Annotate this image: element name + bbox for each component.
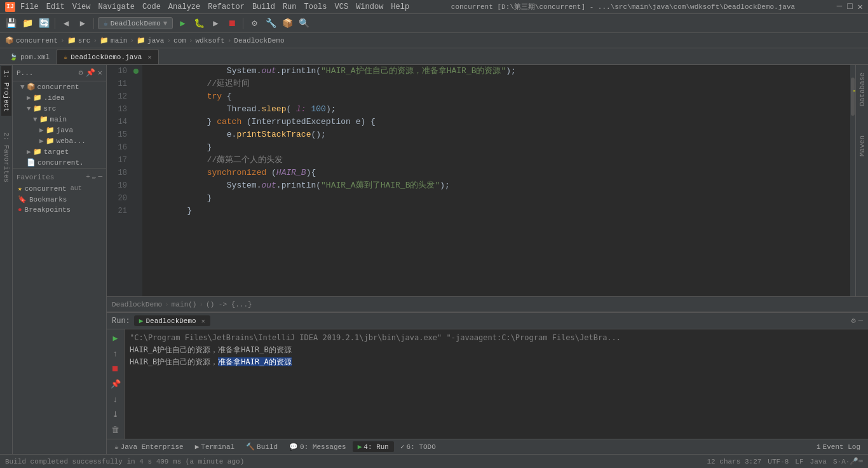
favorites-concurrent[interactable]: ★ concurrent aut <box>13 183 106 194</box>
run-stop-btn[interactable]: ⏹ <box>109 362 122 375</box>
forward-btn[interactable]: ▶ <box>76 17 90 31</box>
menu-view[interactable]: View <box>72 3 91 11</box>
run-up-btn[interactable]: ↑ <box>109 347 122 360</box>
run-clear-btn[interactable]: 🗑 <box>109 423 122 436</box>
gutter-line-18 <box>130 141 142 154</box>
sidebar-close-icon[interactable]: ✕ <box>98 68 102 78</box>
src-expand-icon: ▼ <box>27 105 31 113</box>
bottom-tab-todo[interactable]: ✓ 6: TODO <box>395 441 441 452</box>
l12-brace: { <box>222 90 232 103</box>
tree-concurrent-file[interactable]: 📄 concurrent. <box>13 157 106 168</box>
favorites-add-icon[interactable]: + <box>86 173 90 181</box>
run-tab-deadlock[interactable]: ▶ DeadlockDemo ✕ <box>134 315 210 326</box>
favorites-remove-icon[interactable]: ─ <box>98 173 102 181</box>
run-output-highlight: 准备拿HAIR_A的资源 <box>218 357 291 366</box>
tree-java[interactable]: ▶ 📁 java <box>13 125 106 135</box>
nav-src[interactable]: 📁 src <box>67 36 91 45</box>
menu-build[interactable]: Build <box>252 3 275 11</box>
nav-com[interactable]: com <box>173 37 186 45</box>
bottom-tab-messages[interactable]: 💬 0: Messages <box>284 441 351 452</box>
editor-scrollbar[interactable] <box>850 65 855 296</box>
nav-wdksoft-label: wdksoft <box>196 37 225 45</box>
settings-btn[interactable]: ⚙ <box>247 17 261 31</box>
stop-btn[interactable]: ⏹ <box>225 17 239 31</box>
run-config-name: DeadlockDemo <box>111 20 161 27</box>
tab-deadlock-demo[interactable]: ☕ DeadlockDemo.java ✕ <box>57 49 158 64</box>
code-line-18: synchronized (HAIR_B){ <box>147 167 845 179</box>
menu-navigate[interactable]: Navigate <box>98 3 135 11</box>
minimize-btn[interactable]: ─ <box>837 1 842 12</box>
close-tab-btn[interactable]: ✕ <box>147 53 151 61</box>
run-down-btn[interactable]: ↓ <box>109 393 122 406</box>
bottom-tab-java-enterprise[interactable]: ☕ Java Enterprise <box>109 441 189 452</box>
line-num-11: 11 <box>109 78 127 90</box>
debug-btn[interactable]: 🐛 <box>192 17 206 31</box>
menu-tools[interactable]: Tools <box>304 3 327 11</box>
bottom-tab-build[interactable]: 🔨 Build <box>241 441 283 452</box>
tree-idea[interactable]: ▶ 📁 .idea <box>13 92 106 103</box>
bottom-tab-event-log[interactable]: 1 Event Log <box>811 442 865 452</box>
nav-file[interactable]: DeadlockDemo <box>234 37 284 45</box>
menu-run[interactable]: Run <box>283 3 297 11</box>
run-restart-btn[interactable]: ▶ <box>109 332 122 345</box>
run-scroll-btn[interactable]: ⤓ <box>109 408 122 421</box>
nav-concurrent[interactable]: 📦 concurrent <box>5 36 58 45</box>
maximize-btn[interactable]: □ <box>847 1 852 12</box>
favorites-concurrent-suffix: aut <box>71 185 82 192</box>
sidebar-gear-icon[interactable]: ⚙ <box>79 68 83 78</box>
bottom-tab-terminal[interactable]: ▶ Terminal <box>190 441 240 452</box>
open-btn[interactable]: 📁 <box>20 17 34 31</box>
menu-help[interactable]: Help <box>391 3 409 11</box>
tab-pom-xml[interactable]: 🍃 pom.xml <box>3 49 57 64</box>
nav-main[interactable]: 📁 main <box>100 36 127 45</box>
scrollbar-marker <box>853 90 855 92</box>
close-btn[interactable]: ✕ <box>858 1 863 12</box>
right-tab-database[interactable]: Database <box>857 67 867 111</box>
run-settings-icon[interactable]: ⚙ <box>851 316 856 326</box>
menu-file[interactable]: File <box>20 3 39 11</box>
title-bar: IJ File Edit View Navigate Code Analyze … <box>0 0 868 14</box>
scrollbar-thumb[interactable] <box>851 78 855 116</box>
nav-wdksoft[interactable]: wdksoft <box>196 37 225 45</box>
save-btn[interactable]: 💾 <box>4 17 18 31</box>
tree-target[interactable]: ▶ 📁 target <box>13 146 106 157</box>
sidebar-pin-icon[interactable]: 📌 <box>86 68 95 78</box>
tree-target-label: target <box>44 148 69 156</box>
window-title: concurrent [D:\第三期\concurrent] - ...\src… <box>409 2 837 11</box>
menu-analyze[interactable]: Analyze <box>168 3 200 11</box>
webapp-folder-icon: 📁 <box>46 137 55 145</box>
breakpoint-12[interactable] <box>133 69 139 74</box>
coverage-btn[interactable]: ▶ <box>208 17 222 31</box>
run-tab-close[interactable]: ✕ <box>201 317 205 325</box>
vtab-favorites[interactable]: 2: Favorites <box>1 128 11 186</box>
search-everywhere-btn[interactable]: 🔍 <box>297 17 311 31</box>
tree-concurrent[interactable]: ▼ 📦 concurrent <box>13 81 106 92</box>
menu-refactor[interactable]: Refactor <box>208 3 245 11</box>
sync-btn[interactable]: 🔄 <box>37 17 51 31</box>
toolbar: 💾 📁 🔄 ◀ ▶ ☕ DeadlockDemo ▼ ▶ 🐛 ▶ ⏹ ⚙ 🔧 📦… <box>0 14 868 33</box>
right-tab-maven[interactable]: Maven <box>857 130 867 162</box>
run-pin-btn[interactable]: 📌 <box>109 378 122 390</box>
bottom-tab-run[interactable]: ▶ 4: Run <box>353 441 394 452</box>
run-config-selector[interactable]: ☕ DeadlockDemo ▼ <box>98 17 173 29</box>
nav-java[interactable]: 📁 java <box>137 36 164 45</box>
tree-src[interactable]: ▼ 📁 src <box>13 103 106 114</box>
menu-window[interactable]: Window <box>356 3 383 11</box>
code-content[interactable]: System.out.println("HAIR_A护住自己的资源，准备拿HAI… <box>142 65 850 296</box>
editor-and-run: 10 11 12 13 14 15 16 17 18 19 20 21 <box>107 65 868 454</box>
tree-main[interactable]: ▼ 📁 main <box>13 114 106 125</box>
nav-com-label: com <box>173 37 186 45</box>
run-close-icon[interactable]: ─ <box>858 316 863 326</box>
menu-code[interactable]: Code <box>142 3 161 11</box>
favorites-breakpoints[interactable]: ● Breakpoints <box>13 205 106 215</box>
favorites-bookmarks[interactable]: 🔖 Bookmarks <box>13 194 106 205</box>
menu-edit[interactable]: Edit <box>46 3 65 11</box>
sdk-btn[interactable]: 📦 <box>280 17 294 31</box>
wrench-btn[interactable]: 🔧 <box>264 17 278 31</box>
vtab-project[interactable]: 1: Project <box>1 66 11 116</box>
back-btn[interactable]: ◀ <box>59 17 73 31</box>
favorites-edit-icon[interactable]: ✏ <box>92 173 97 181</box>
menu-vcs[interactable]: VCS <box>335 3 349 11</box>
tree-webapp[interactable]: ▶ 📁 weba... <box>13 135 106 146</box>
run-btn[interactable]: ▶ <box>175 17 189 31</box>
